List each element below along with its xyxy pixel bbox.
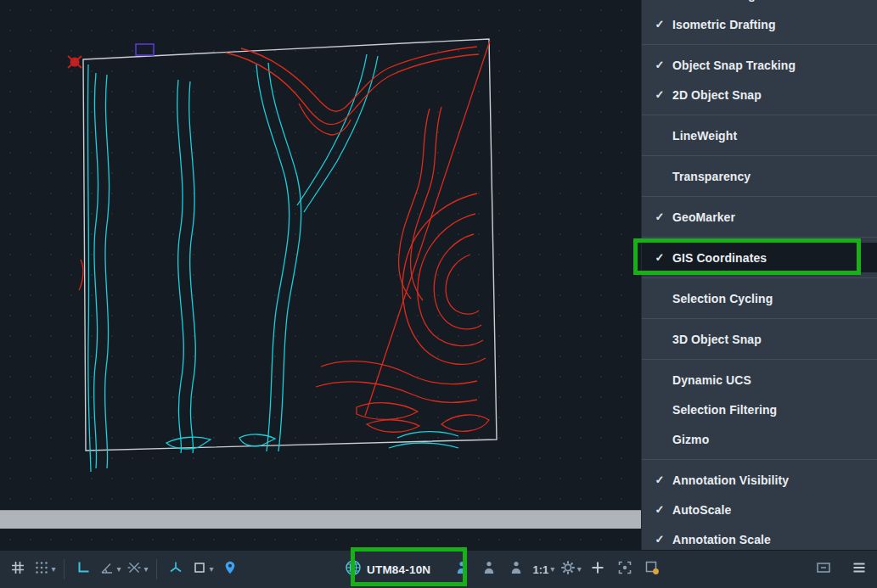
object-snap-icon: [192, 560, 207, 579]
grid-display-button[interactable]: [7, 556, 29, 583]
coordinate-system-label: UTM84-10N: [367, 563, 430, 576]
annotation-scale-person-icon: [509, 560, 524, 579]
menu-item-label: Dynamic UCS: [672, 373, 751, 387]
geomarker-button[interactable]: [219, 556, 241, 583]
geomarker-pin-icon: [222, 560, 238, 579]
chevron-down-icon: ▾: [550, 565, 554, 574]
chevron-down-icon: ▾: [143, 565, 148, 574]
autoscale-icon: [481, 560, 497, 579]
hamburger-menu-icon: [852, 560, 867, 579]
menu-item-3d-object-snap[interactable]: 3D Object Snap: [642, 324, 877, 354]
menu-separator: [642, 459, 877, 460]
checkmark-icon: ✓: [650, 533, 669, 546]
menu-item-object-snap-tracking[interactable]: ✓ Object Snap Tracking: [642, 50, 877, 80]
customization-menu-button[interactable]: [848, 556, 870, 583]
checkmark-icon: ✓: [650, 251, 669, 264]
plus-icon: [590, 560, 605, 579]
globe-icon: [345, 559, 362, 580]
menu-separator: [642, 359, 877, 360]
menu-item-gis-coordinates[interactable]: ✓ GIS Coordinates: [642, 243, 877, 272]
survey-boundary: [83, 39, 497, 451]
menu-item-label: Object Snap Tracking: [672, 59, 795, 72]
horizontal-scrollbar[interactable]: [0, 510, 641, 529]
menu-separator: [642, 196, 877, 197]
polar-tracking-icon: [99, 560, 115, 579]
checkmark-icon: ✓: [650, 210, 669, 223]
status-bar: ▾ ▾ ▾ ▾ UTM84-10N: [0, 550, 877, 588]
chevron-down-icon: ▾: [116, 565, 121, 574]
menu-item-label: LineWeight: [672, 129, 737, 143]
autoscale-button[interactable]: [478, 556, 500, 583]
drawing-canvas[interactable]: [0, 0, 641, 550]
cyan-contours: [87, 54, 458, 472]
red-contours: [79, 41, 490, 432]
clean-screen-button[interactable]: [812, 556, 835, 583]
annotation-scale-value: 1:1: [532, 563, 548, 576]
object-snap-tracking-button[interactable]: ▾: [126, 556, 149, 583]
application-window: ✓ Polar Tracking ✓ Isometric Drafting ✓ …: [0, 0, 877, 588]
polar-tracking-button[interactable]: ▾: [99, 556, 121, 583]
menu-item-label: Transparency: [672, 170, 751, 183]
menu-separator: [642, 237, 877, 238]
isometric-drafting-icon: [168, 560, 183, 579]
annotation-visibility-button[interactable]: [451, 556, 473, 583]
checkmark-icon: ✓: [650, 18, 669, 31]
menu-item-dynamic-ucs[interactable]: Dynamic UCS: [642, 365, 877, 395]
menu-item-lineweight[interactable]: LineWeight: [642, 120, 877, 150]
isolate-objects-icon: [617, 560, 632, 579]
checkmark-icon: ✓: [650, 473, 669, 486]
purple-rectangle: [136, 44, 154, 55]
object-snap-button[interactable]: ▾: [192, 556, 214, 583]
grid-icon: [10, 560, 25, 579]
add-button[interactable]: [587, 556, 609, 583]
menu-item-label: GIS Coordinates: [672, 251, 767, 265]
menu-item-selection-cycling[interactable]: Selection Cycling: [642, 283, 877, 313]
menu-item-label: Annotation Scale: [672, 533, 771, 546]
snap-mode-button[interactable]: ▾: [34, 556, 56, 583]
menu-separator: [642, 44, 877, 45]
status-bar-divider: [156, 559, 157, 580]
workspace-settings-button[interactable]: ▾: [559, 556, 582, 583]
isometric-drafting-button[interactable]: [165, 556, 187, 583]
isolate-objects-button[interactable]: [614, 556, 636, 583]
menu-item-annotation-scale[interactable]: ✓ Annotation Scale: [642, 524, 877, 550]
annotation-monitor-icon: [644, 560, 660, 579]
chevron-down-icon: ▾: [209, 565, 213, 574]
ortho-icon: [76, 560, 91, 579]
menu-item-label: Annotation Visibility: [672, 473, 789, 487]
menu-item-annotation-visibility[interactable]: ✓ Annotation Visibility: [642, 465, 877, 495]
menu-item-label: Selection Cycling: [672, 292, 773, 305]
menu-item-label: Isometric Drafting: [672, 18, 776, 31]
menu-item-autoscale[interactable]: ✓ AutoScale: [642, 495, 877, 524]
menu-item-transparency[interactable]: Transparency: [642, 161, 877, 191]
menu-separator: [642, 115, 877, 115]
gis-coordinate-system-button[interactable]: UTM84-10N: [341, 555, 434, 584]
menu-separator: [642, 277, 877, 278]
menu-item-label: Polar Tracking: [672, 0, 756, 2]
menu-item-label: Gizmo: [672, 433, 709, 446]
ortho-mode-button[interactable]: [72, 556, 94, 583]
annotation-scale-value-button[interactable]: 1:1 ▾: [532, 556, 554, 583]
menu-item-label: Selection Filtering: [672, 403, 777, 417]
map-drawing: [0, 0, 641, 550]
annotation-scale-button[interactable]: [505, 556, 527, 583]
menu-item-2d-object-snap[interactable]: ✓ 2D Object Snap: [642, 80, 877, 109]
menu-item-geomarker[interactable]: ✓ GeoMarker: [642, 202, 877, 232]
checkmark-icon: ✓: [650, 0, 669, 1]
menu-separator: [642, 318, 877, 319]
menu-item-label: 3D Object Snap: [672, 333, 762, 346]
clean-screen-icon: [816, 560, 831, 579]
red-point-marker: [68, 56, 82, 68]
snap-grid-icon: [34, 560, 49, 579]
menu-item-polar-tracking[interactable]: ✓ Polar Tracking: [642, 0, 877, 9]
checkmark-icon: ✓: [650, 59, 669, 71]
annotation-visibility-icon: [454, 560, 469, 579]
menu-item-gizmo[interactable]: Gizmo: [642, 424, 877, 454]
menu-item-label: 2D Object Snap: [672, 88, 762, 102]
annotation-monitor-button[interactable]: [641, 556, 663, 583]
menu-item-selection-filtering[interactable]: Selection Filtering: [642, 395, 877, 424]
object-snap-tracking-icon: [126, 560, 142, 579]
checkmark-icon: ✓: [650, 503, 669, 516]
chevron-down-icon: ▾: [577, 565, 582, 574]
menu-item-isometric-drafting[interactable]: ✓ Isometric Drafting: [642, 9, 877, 39]
